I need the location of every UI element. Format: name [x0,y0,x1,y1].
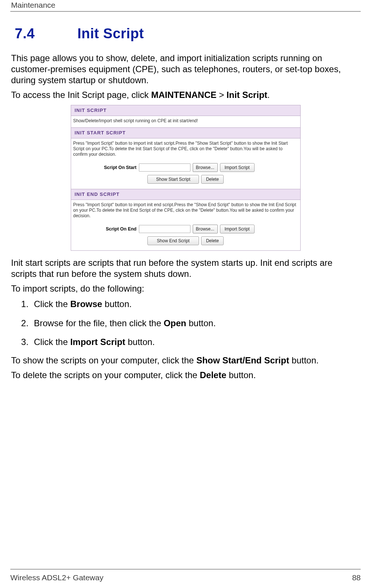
delete-start-button[interactable]: Delete [201,175,224,184]
panel-desc-init-script: Show/Delete/Import shell script running … [71,116,300,127]
heading-title: Init Script [77,26,144,41]
intro2-initscript: Init Script [227,90,267,100]
delete-instruction: To delete the scripts on your computer, … [11,370,360,381]
delete-end-button[interactable]: Delete [201,236,224,245]
section-heading: 7.4Init Script [15,26,360,42]
footer-page-number: 88 [352,573,361,582]
heading-number: 7.4 [15,26,77,42]
import-steps-list: Click the Browse button. Browse for the … [20,298,360,348]
panel-title-init-end: INIT END SCRIPT [71,189,300,200]
intro-paragraph-2: To access the Init Script page, click MA… [11,89,360,101]
file-input-end[interactable] [139,225,190,233]
intro2-sep: > [217,90,227,100]
intro-paragraph-1: This page allows you to show, delete, an… [11,53,360,86]
label-script-on-end: Script On End [74,226,137,232]
panel-desc-init-end: Press "Import Script" button to import i… [71,200,300,222]
import-script-button-start[interactable]: Import Script [220,163,255,172]
browse-button-start[interactable]: Browse... [193,163,218,172]
panel-title-init-script: INIT SCRIPT [71,105,300,116]
intro2-prefix: To access the Init Script page, click [11,90,151,100]
import-script-button-end[interactable]: Import Script [220,225,255,233]
init-script-panel: INIT SCRIPT Show/Delete/Import shell scr… [71,105,301,251]
step-2: Browse for the file, then click the Open… [31,317,360,330]
label-script-on-start: Script On Start [74,165,137,170]
show-end-script-button[interactable]: Show End Script [147,236,199,245]
footer-product: Wireless ADSL2+ Gateway [10,573,104,582]
after-paragraph-1: Init start scripts are scripts that run … [11,257,360,279]
show-start-script-button[interactable]: Show Start Script [147,175,199,184]
intro2-maintenance: MAINTENANCE [151,90,216,100]
panel-desc-init-start: Press "Import Script" button to import i… [71,138,300,161]
step-3: Click the Import Script button. [31,336,360,348]
intro2-suffix: . [267,90,270,100]
page-header-section: Maintenance [11,1,55,10]
panel-title-init-start: INIT START SCRIPT [71,128,300,138]
browse-button-end[interactable]: Browse... [193,225,218,233]
step-1: Click the Browse button. [31,298,360,310]
after-paragraph-2: To import scripts, do the following: [11,283,360,294]
file-input-start[interactable] [139,163,190,172]
show-instruction: To show the scripts on your computer, cl… [11,355,360,366]
